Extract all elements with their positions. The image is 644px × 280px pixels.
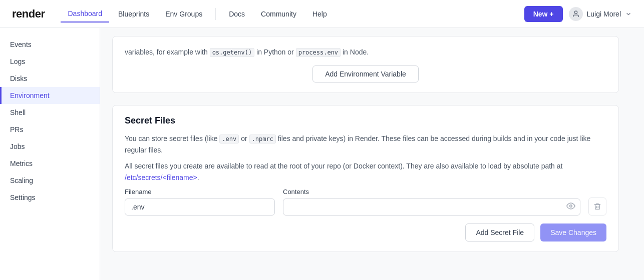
user-area[interactable]: Luigi Morel [569, 7, 632, 21]
sidebar-item-prs[interactable]: PRs [0, 121, 100, 138]
sidebar-item-settings[interactable]: Settings [0, 189, 100, 206]
nav-community[interactable]: Community [254, 6, 303, 22]
contents-input[interactable] [283, 198, 580, 216]
logo: render [12, 8, 45, 20]
secret-files-desc1: You can store secret files (like .env or… [125, 133, 606, 156]
add-secret-file-button[interactable]: Add Secret File [465, 224, 534, 242]
sidebar-item-disks[interactable]: Disks [0, 70, 100, 87]
user-icon [569, 7, 583, 21]
secret-files-title: Secret Files [125, 116, 606, 126]
main-content: variables, for example with os.getenv() … [100, 28, 644, 280]
new-button[interactable]: New + [524, 6, 563, 22]
sidebar-item-logs[interactable]: Logs [0, 53, 100, 70]
sidebar-item-metrics[interactable]: Metrics [0, 155, 100, 172]
env-var-card: variables, for example with os.getenv() … [112, 36, 619, 93]
svg-point-0 [574, 11, 577, 14]
sidebar-item-environment[interactable]: Environment [0, 87, 100, 104]
chevron-down-icon [625, 10, 632, 18]
env-var-desc: variables, for example with os.getenv() … [125, 46, 606, 58]
nav-blueprints[interactable]: Blueprints [111, 6, 156, 22]
trash-icon [593, 202, 601, 210]
sidebar: Events Logs Disks Environment Shell PRs … [0, 28, 100, 280]
code-process-env: process.env [296, 48, 341, 57]
filename-label: Filename [125, 188, 275, 196]
sidebar-item-shell[interactable]: Shell [0, 104, 100, 121]
code-os-getenv: os.getenv() [210, 48, 254, 57]
nav-help[interactable]: Help [305, 6, 334, 22]
sidebar-item-scaling[interactable]: Scaling [0, 172, 100, 189]
nav-docs[interactable]: Docs [222, 6, 252, 22]
contents-field-group: Contents [283, 188, 580, 216]
delete-secret-file-button[interactable] [588, 198, 606, 216]
fields-row: Filename Contents [125, 188, 606, 216]
svg-point-1 [570, 205, 572, 208]
code-env: .env [219, 134, 239, 144]
sidebar-item-jobs[interactable]: Jobs [0, 138, 100, 155]
actions-row: Add Secret File Save Changes [125, 224, 606, 242]
secrets-path-link[interactable]: /etc/secrets/<filename> [125, 174, 197, 182]
content-area: variables, for example with os.getenv() … [100, 36, 631, 280]
add-env-variable-button[interactable]: Add Environment Variable [312, 66, 419, 82]
nav-dashboard[interactable]: Dashboard [61, 6, 109, 22]
topnav: render Dashboard Blueprints Env Groups D… [0, 0, 644, 28]
nav-right: New + Luigi Morel [524, 6, 632, 22]
sidebar-item-events[interactable]: Events [0, 36, 100, 53]
filename-field-group: Filename [125, 188, 275, 216]
nav-env-groups[interactable]: Env Groups [158, 6, 209, 22]
toggle-visibility-icon[interactable] [566, 202, 575, 212]
nav-separator [215, 8, 216, 20]
user-name: Luigi Morel [587, 10, 621, 18]
secret-files-desc2: All secret files you create are availabl… [125, 160, 606, 183]
nav-links: Dashboard Blueprints Env Groups Docs Com… [61, 6, 334, 22]
secret-files-card: Secret Files You can store secret files … [112, 105, 619, 252]
code-npmrc: .npmrc [249, 134, 276, 144]
contents-label: Contents [283, 188, 580, 196]
contents-input-wrapper [283, 198, 580, 216]
layout: Events Logs Disks Environment Shell PRs … [0, 28, 644, 280]
save-changes-button[interactable]: Save Changes [540, 224, 606, 242]
filename-input[interactable] [125, 198, 275, 216]
